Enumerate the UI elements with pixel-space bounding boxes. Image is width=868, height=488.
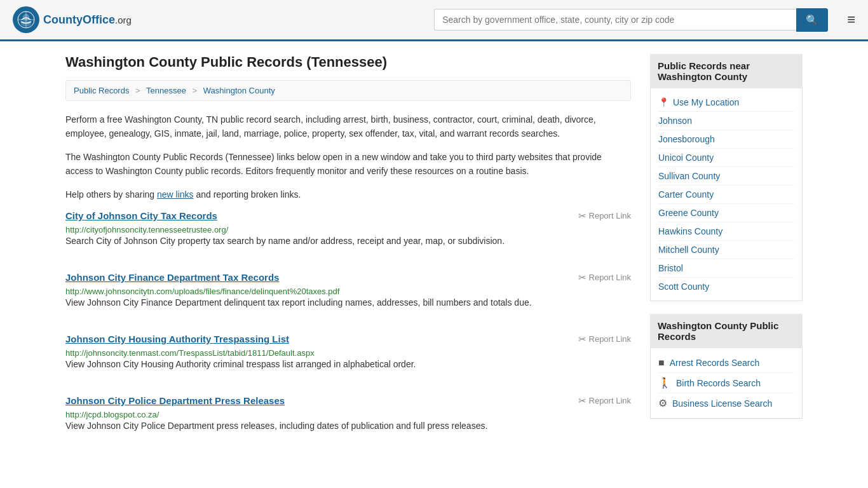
nearby-item[interactable]: Unicoi County [658,149,794,167]
record-url[interactable]: http://www.johnsoncitytn.com/uploads/fil… [65,287,339,296]
help-text-after: and reporting broken links. [194,189,301,200]
records-section: Washington County Public Records ■ Arres… [650,314,803,419]
site-header: CountyOffice.org 🔍 ≡ [0,0,868,41]
nearby-item[interactable]: Greene County [658,204,794,222]
breadcrumb: Public Records > Tennessee > Washington … [65,80,631,101]
records-links-list: ■ Arrest Records Search 🚶 Birth Records … [658,353,794,413]
breadcrumb-sep-2: > [193,86,198,95]
records-section-body: ■ Arrest Records Search 🚶 Birth Records … [650,348,803,419]
record-url[interactable]: http://jcpd.blogspot.co.za/ [65,410,159,419]
records-item-icon: ⚙ [658,397,667,409]
nearby-item-link[interactable]: Mitchell County [658,245,719,255]
nearby-item[interactable]: Scott County [658,278,794,295]
record-desc: View Johnson City Police Department pres… [65,419,631,433]
logo-text: CountyOffice.org [43,13,132,27]
records-item-link[interactable]: Arrest Records Search [670,358,760,368]
records-item-icon: 🚶 [658,377,671,389]
nearby-item[interactable]: Sullivan County [658,167,794,186]
record-entry: Johnson City Police Department Press Rel… [65,395,631,439]
report-link[interactable]: ✂ Report Link [578,334,631,345]
record-url[interactable]: http://johnsoncity.tenmast.com/TrespassL… [65,348,315,358]
breadcrumb-public-records[interactable]: Public Records [74,86,129,95]
records-item-icon: ■ [658,357,665,369]
record-title[interactable]: Johnson City Police Department Press Rel… [65,395,285,406]
description-2: The Washington County Public Records (Te… [65,150,631,179]
search-button[interactable]: 🔍 [796,8,828,32]
nearby-section-title: Public Records near Washington County [650,54,803,88]
records-link-item[interactable]: ⚙ Business License Search [658,393,794,413]
record-header: Johnson City Housing Authority Trespassi… [65,334,631,345]
record-title[interactable]: Johnson City Finance Department Tax Reco… [65,272,279,283]
nearby-item-link[interactable]: Jonesborough [658,134,715,144]
record-header: Johnson City Police Department Press Rel… [65,395,631,407]
record-desc: Search City of Johnson City property tax… [65,234,631,248]
record-header: City of Johnson City Tax Records ✂ Repor… [65,210,631,222]
record-title[interactable]: City of Johnson City Tax Records [65,210,217,221]
record-desc: View Johnson City Housing Authority crim… [65,358,631,371]
nearby-item[interactable]: Bristol [658,259,794,278]
breadcrumb-tennessee[interactable]: Tennessee [146,86,186,95]
record-entry: Johnson City Finance Department Tax Reco… [65,272,631,316]
nearby-items-list: JohnsonJonesboroughUnicoi CountySullivan… [658,112,794,295]
records-link-item[interactable]: ■ Arrest Records Search [658,353,794,373]
sidebar: Public Records near Washington County 📍 … [650,54,803,457]
use-my-location-item[interactable]: 📍 Use My Location [658,93,794,112]
report-link[interactable]: ✂ Report Link [578,272,631,283]
nearby-item[interactable]: Hawkins County [658,222,794,241]
scissors-icon: ✂ [578,334,587,345]
record-title[interactable]: Johnson City Housing Authority Trespassi… [65,334,289,344]
nearby-item-link[interactable]: Hawkins County [658,226,722,236]
scissors-icon: ✂ [578,210,587,222]
search-icon: 🔍 [806,15,818,25]
records-list: City of Johnson City Tax Records ✂ Repor… [65,210,631,439]
records-link-item[interactable]: 🚶 Birth Records Search [658,373,794,393]
new-links-link[interactable]: new links [157,189,194,200]
records-item-link[interactable]: Business License Search [672,398,772,409]
main-container: Washington County Public Records (Tennes… [53,41,815,470]
records-item-link[interactable]: Birth Records Search [676,378,761,388]
nearby-item-link[interactable]: Carter County [658,189,714,200]
menu-icon: ≡ [847,11,855,27]
record-url[interactable]: http://cityofjohnsoncity.tennesseetruste… [65,225,228,234]
help-text: Help others by sharing new links and rep… [65,187,631,201]
logo-link[interactable]: CountyOffice.org [13,6,132,33]
nearby-item-link[interactable]: Unicoi County [658,152,714,163]
scissors-icon: ✂ [578,395,587,407]
content-area: Washington County Public Records (Tennes… [65,54,631,457]
nearby-item[interactable]: Jonesborough [658,130,794,149]
search-input[interactable] [434,9,796,30]
page-title: Washington County Public Records (Tennes… [65,54,631,71]
nearby-item-link[interactable]: Bristol [658,263,683,273]
nearby-section: Public Records near Washington County 📍 … [650,54,803,301]
nearby-item[interactable]: Mitchell County [658,241,794,259]
record-entry: Johnson City Housing Authority Trespassi… [65,334,631,377]
scissors-icon: ✂ [578,272,587,283]
nearby-item-link[interactable]: Greene County [658,208,719,218]
nearby-item-link[interactable]: Scott County [658,281,709,292]
nearby-section-body: 📍 Use My Location JohnsonJonesboroughUni… [650,88,803,301]
logo-icon [13,6,39,33]
location-icon: 📍 [658,97,669,107]
record-header: Johnson City Finance Department Tax Reco… [65,272,631,283]
breadcrumb-washington-county[interactable]: Washington County [203,86,275,95]
nearby-item[interactable]: Johnson [658,112,794,130]
menu-button[interactable]: ≡ [847,11,855,28]
report-link[interactable]: ✂ Report Link [578,395,631,407]
use-my-location-link[interactable]: Use My Location [673,97,739,107]
record-desc: View Johnson City Finance Department del… [65,296,631,309]
nearby-item[interactable]: Carter County [658,186,794,204]
record-entry: City of Johnson City Tax Records ✂ Repor… [65,210,631,254]
breadcrumb-sep-1: > [135,86,140,95]
nearby-item-link[interactable]: Johnson [658,116,692,126]
report-link[interactable]: ✂ Report Link [578,210,631,222]
description-1: Perform a free Washington County, TN pub… [65,112,631,141]
help-text-before: Help others by sharing [65,189,157,200]
nearby-item-link[interactable]: Sullivan County [658,171,720,181]
records-section-title: Washington County Public Records [650,314,803,348]
search-area: 🔍 [434,8,828,32]
